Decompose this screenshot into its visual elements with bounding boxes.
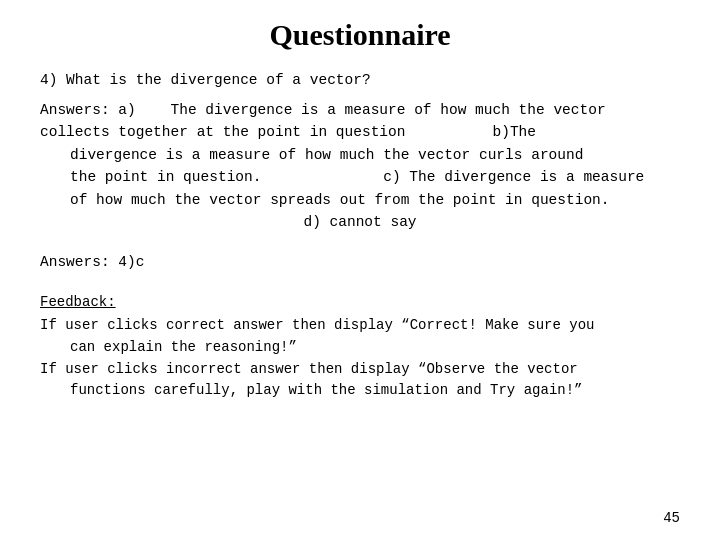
feedback-correct-line1: If user clicks correct answer then displ… [40, 315, 680, 337]
answer-b-c-line: the point in question. c) The divergence… [40, 166, 680, 188]
question-number: 4) [40, 72, 57, 88]
feedback-section: Feedback: If user clicks correct answer … [40, 292, 680, 402]
answer-b-line1: divergence is a measure of how much the … [40, 144, 680, 166]
page-number: 45 [663, 510, 680, 526]
page-title: Questionnaire [40, 18, 680, 52]
answer-key: Answers: 4)c [40, 252, 680, 274]
feedback-label: Feedback: [40, 292, 680, 314]
answer-c-line: of how much the vector spreads out from … [40, 189, 680, 211]
question-text: 4) What is the divergence of a vector? [40, 70, 680, 91]
page-container: Questionnaire 4) What is the divergence … [0, 0, 720, 540]
feedback-incorrect-line2: functions carefully, play with the simul… [40, 380, 680, 402]
feedback-correct-line2: can explain the reasoning!” [40, 337, 680, 359]
answer-a-intro: Answers: a) The divergence is a measure … [40, 102, 606, 140]
answers-block: Answers: a) The divergence is a measure … [40, 99, 680, 234]
answer-d: d) cannot say [40, 211, 680, 233]
feedback-incorrect-line1: If user clicks incorrect answer then dis… [40, 359, 680, 381]
question-body: What is the divergence of a vector? [66, 72, 371, 88]
